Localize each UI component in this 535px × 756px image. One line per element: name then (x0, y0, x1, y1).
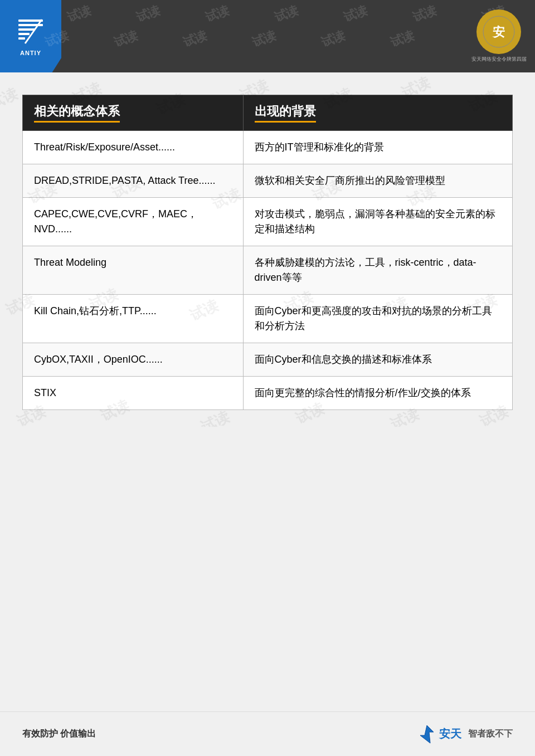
footer-logo: 安天 | 智者敌不下 (417, 724, 513, 744)
wm13: 试读 (388, 27, 417, 51)
svg-rect-2 (18, 28, 35, 31)
footer-brand-name: 安天 (439, 726, 461, 742)
footer-antiy-icon (417, 724, 437, 744)
svg-line-5 (25, 19, 42, 43)
table-row: Threat Modeling各种威胁建模的方法论，工具，risk-centri… (23, 246, 513, 295)
col1-header: 相关的概念体系 (23, 95, 244, 131)
table-cell-background: 各种威胁建模的方法论，工具，risk-centric，data-driven等等 (243, 246, 512, 295)
wm9: 试读 (111, 27, 140, 51)
svg-text:安: 安 (492, 25, 505, 39)
table-cell-concept: Threat Modeling (23, 246, 244, 295)
footer-brand: 安天 | 智者敌不下 (417, 724, 513, 744)
logo-icon (14, 17, 47, 47)
logo-text: ANTIY (20, 50, 41, 56)
table-cell-concept: Threat/Risk/Exposure/Asset...... (23, 131, 244, 164)
table-cell-concept: CybOX,TAXII，OpenIOC...... (23, 343, 244, 377)
svg-rect-3 (18, 33, 30, 35)
badge-logo-icon: 安 (482, 15, 515, 48)
table-cell-concept: CAPEC,CWE,CVE,CVRF，MAEC，NVD...... (23, 198, 244, 246)
wm5: 试读 (341, 2, 370, 26)
wm3: 试读 (203, 2, 232, 26)
table-row: Threat/Risk/Exposure/Asset......西方的IT管理和… (23, 131, 513, 164)
wm4: 试读 (272, 2, 301, 26)
wm10: 试读 (181, 27, 210, 51)
footer: 有效防护 价值输出 安天 | 智者敌不下 (0, 711, 535, 756)
table-cell-background: 面向Cyber和更高强度的攻击和对抗的场景的分析工具和分析方法 (243, 295, 512, 343)
table-row: CybOX,TAXII，OpenIOC......面向Cyber和信息交换的描述… (23, 343, 513, 377)
badge-subtitle: 安天网络安全令牌第四届 (471, 56, 527, 63)
wm6: 试读 (410, 2, 439, 26)
concept-table: 相关的概念体系 出现的背景 Threat/Risk/Exposure/Asset… (22, 95, 513, 410)
table-cell-concept: Kill Chain,钻石分析,TTP...... (23, 295, 244, 343)
table-cell-background: 面向Cyber和信息交换的描述和标准体系 (243, 343, 512, 377)
table-row: Kill Chain,钻石分析,TTP......面向Cyber和更高强度的攻击… (23, 295, 513, 343)
svg-marker-8 (420, 725, 434, 743)
header-bar: ANTIY 试读 试读 试读 试读 试读 试读 试读 试读 试读 试读 试读 试… (0, 0, 535, 72)
wm12: 试读 (319, 27, 348, 51)
svg-rect-0 (18, 19, 43, 22)
table-cell-background: 西方的IT管理和标准化的背景 (243, 131, 512, 164)
table-cell-background: 对攻击模式，脆弱点，漏洞等各种基础的安全元素的标定和描述结构 (243, 198, 512, 246)
logo-box: ANTIY (0, 0, 61, 72)
col2-header: 出现的背景 (243, 95, 512, 131)
table-cell-background: 面向更完整的综合性的情报分析/作业/交换的体系 (243, 377, 512, 410)
footer-tagline: 有效防护 价值输出 (22, 728, 96, 740)
wm2: 试读 (134, 2, 163, 26)
table-row: STIX面向更完整的综合性的情报分析/作业/交换的体系 (23, 377, 513, 410)
table-cell-background: 微软和相关安全厂商所推出的风险管理模型 (243, 164, 512, 198)
wm1: 试读 (65, 2, 94, 26)
table-row: DREAD,STRIDE,PASTA, Attack Tree......微软和… (23, 164, 513, 198)
svg-rect-4 (18, 37, 25, 40)
table-cell-concept: DREAD,STRIDE,PASTA, Attack Tree...... (23, 164, 244, 198)
wm-main-1: 试读 (0, 84, 21, 114)
header-watermarks: 试读 试读 试读 试读 试读 试读 试读 试读 试读 试读 试读 试读 试读 (0, 0, 535, 72)
table-row: CAPEC,CWE,CVE,CVRF，MAEC，NVD......对攻击模式，脆… (23, 198, 513, 246)
table-cell-concept: STIX (23, 377, 244, 410)
top-right-badge: 安 安天网络安全令牌第四届 (468, 6, 529, 67)
footer-brand-sub: 智者敌不下 (468, 728, 513, 740)
main-content: 试读 试读 试读 试读 试读 试读 试读 试读 试读 试读 试读 试读 试读 试… (0, 72, 535, 427)
wm11: 试读 (250, 27, 279, 51)
